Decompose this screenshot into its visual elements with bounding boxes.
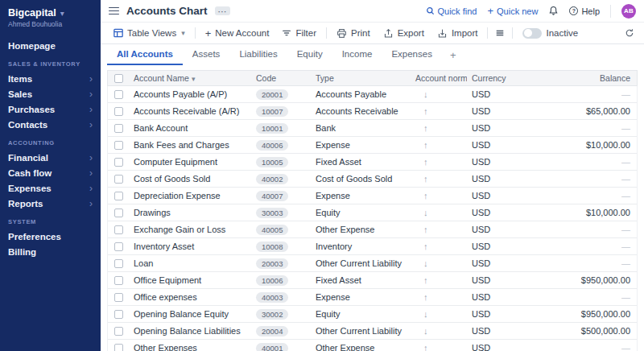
cell-type: Expense [311, 140, 411, 150]
table-row[interactable]: Exchange Gain or Loss 40005 Other Expens… [108, 221, 637, 238]
chevron-right-icon: › [89, 89, 93, 99]
sidebar-item-sales[interactable]: Sales › [0, 86, 101, 101]
add-tab-button[interactable]: + [442, 44, 464, 65]
cell-code-badge: 10006 [256, 275, 288, 286]
menu-icon[interactable] [109, 7, 119, 15]
row-checkbox[interactable] [114, 158, 123, 167]
quick-new-button[interactable]: + Quick new [487, 6, 538, 16]
organization-switcher[interactable]: Bigcapital ▾ [0, 0, 101, 19]
print-button[interactable]: Print [330, 23, 377, 43]
column-header-type[interactable]: Type [311, 73, 411, 83]
table-row[interactable]: Other Expenses 40001 Other Expense ↑ USD… [108, 340, 637, 351]
table-row[interactable]: Opening Balance Liabilities 20004 Other … [108, 323, 637, 340]
cell-currency: USD [467, 326, 520, 336]
table-row[interactable]: Cost of Goods Sold 40002 Cost of Goods S… [108, 171, 637, 188]
table-row[interactable]: Office expenses 40003 Expense ↑ USD — [108, 289, 637, 306]
help-button[interactable]: ? Help [569, 6, 600, 16]
avatar[interactable]: AB [621, 4, 636, 19]
table-row[interactable]: Opening Balance Equity 30002 Equity ↓ US… [108, 306, 637, 323]
cell-balance: $950,000.00 [520, 275, 637, 285]
sidebar-item-financial[interactable]: Financial › [0, 150, 101, 165]
row-height-button[interactable] [491, 23, 509, 43]
cell-currency: USD [467, 258, 520, 268]
tab-expenses[interactable]: Expenses [382, 44, 442, 65]
tab-all-accounts[interactable]: All Accounts [107, 44, 183, 65]
row-checkbox[interactable] [114, 124, 123, 133]
row-checkbox[interactable] [114, 327, 123, 336]
cell-type: Inventory [311, 242, 411, 251]
sidebar-item-billing[interactable]: Billing [0, 244, 101, 259]
cell-code-badge: 10007 [256, 106, 288, 117]
arrow-up-icon: ↑ [411, 140, 467, 150]
tab-liabilities[interactable]: Liabilities [229, 44, 287, 65]
cell-account-name: Opening Balance Equity [129, 309, 251, 319]
row-checkbox[interactable] [114, 276, 123, 285]
row-checkbox[interactable] [114, 310, 123, 319]
row-checkbox[interactable] [114, 107, 123, 116]
notifications-bell-icon[interactable] [548, 6, 559, 16]
filter-button[interactable]: Filter [275, 23, 323, 43]
refresh-icon[interactable] [621, 28, 638, 38]
column-header-currency[interactable]: Currency [467, 73, 520, 83]
row-checkbox[interactable] [114, 192, 123, 200]
table-row[interactable]: Office Equipment 10006 Fixed Asset ↑ USD… [108, 272, 637, 289]
export-button[interactable]: Export [377, 23, 431, 43]
more-icon[interactable]: ⋯ [215, 6, 230, 15]
topbar-divider [610, 5, 611, 18]
table-row[interactable]: Bank Account 10001 Bank ↑ USD — [108, 120, 637, 137]
inactive-toggle[interactable] [522, 28, 542, 39]
sidebar-item-cash-flow[interactable]: Cash flow › [0, 165, 101, 180]
table-row[interactable]: Bank Fees and Charges 40006 Expense ↑ US… [108, 137, 637, 154]
sidebar-item-reports[interactable]: Reports › [0, 196, 101, 211]
column-header-account-normal[interactable]: Account normal [411, 73, 467, 83]
table-row[interactable]: Accounts Receivable (A/R) 10007 Accounts… [108, 103, 637, 120]
chevron-right-icon: › [89, 199, 93, 209]
sidebar-item-purchases[interactable]: Purchases › [0, 101, 101, 117]
table-row[interactable]: Accounts Payable (A/P) 20001 Accounts Pa… [108, 86, 637, 103]
import-icon [437, 28, 448, 39]
table-row[interactable]: Loan 20003 Other Current Liability ↓ USD… [108, 255, 637, 272]
cell-account-name: Accounts Receivable (A/R) [129, 106, 251, 116]
table-row[interactable]: Inventory Asset 10008 Inventory ↑ USD — [108, 238, 637, 255]
tab-equity[interactable]: Equity [287, 44, 332, 65]
row-checkbox[interactable] [114, 242, 123, 251]
cell-account-name: Bank Fees and Charges [129, 140, 251, 150]
sidebar-item-expenses[interactable]: Expenses › [0, 180, 101, 196]
row-checkbox[interactable] [114, 344, 123, 351]
row-checkbox[interactable] [114, 259, 123, 268]
new-account-button[interactable]: + New Account [199, 23, 276, 43]
table-row[interactable]: Depreciation Expense 40007 Expense ↑ USD… [108, 188, 637, 204]
row-checkbox[interactable] [114, 90, 123, 99]
cell-account-name: Accounts Payable (A/P) [129, 89, 251, 99]
sidebar-item-preferences[interactable]: Preferences [0, 229, 101, 244]
row-checkbox[interactable] [114, 293, 123, 302]
sidebar-item-contacts[interactable]: Contacts › [0, 117, 101, 132]
column-header-code[interactable]: Code [251, 73, 311, 83]
arrow-down-icon: ↓ [411, 258, 467, 268]
table-views-button[interactable]: Table Views ▾ [107, 23, 192, 43]
import-button[interactable]: Import [431, 23, 485, 43]
column-header-account-name[interactable]: Account Name▾ [129, 73, 251, 83]
quick-find-button[interactable]: Quick find [426, 6, 477, 16]
account-type-tabs: All AccountsAssetsLiabilitiesEquityIncom… [101, 44, 644, 65]
table-row[interactable]: Computer Equipment 10005 Fixed Asset ↑ U… [108, 154, 637, 171]
app-window: Bigcapital ▾ Ahmed Bouhuolia Homepage SA… [0, 0, 644, 351]
sidebar-item-items[interactable]: Items › [0, 71, 101, 86]
table-row[interactable]: Drawings 30003 Equity ↓ USD $10,000.00 [108, 204, 637, 221]
cell-currency: USD [467, 225, 520, 234]
chevron-right-icon: › [89, 120, 93, 130]
cell-account-name: Drawings [129, 208, 251, 217]
row-checkbox[interactable] [114, 225, 123, 234]
select-all-checkbox[interactable] [114, 74, 123, 83]
inactive-toggle-group: Inactive [516, 23, 584, 43]
tab-assets[interactable]: Assets [183, 44, 230, 65]
cell-type: Expense [311, 191, 411, 200]
row-checkbox[interactable] [114, 141, 123, 150]
cell-type: Other Current Liability [311, 326, 411, 336]
sidebar-item-homepage[interactable]: Homepage [0, 38, 101, 53]
column-header-balance[interactable]: Balance [520, 73, 637, 83]
tab-income[interactable]: Income [332, 44, 382, 65]
row-checkbox[interactable] [114, 209, 123, 217]
row-checkbox[interactable] [114, 175, 123, 184]
toolbar-divider [326, 27, 327, 39]
